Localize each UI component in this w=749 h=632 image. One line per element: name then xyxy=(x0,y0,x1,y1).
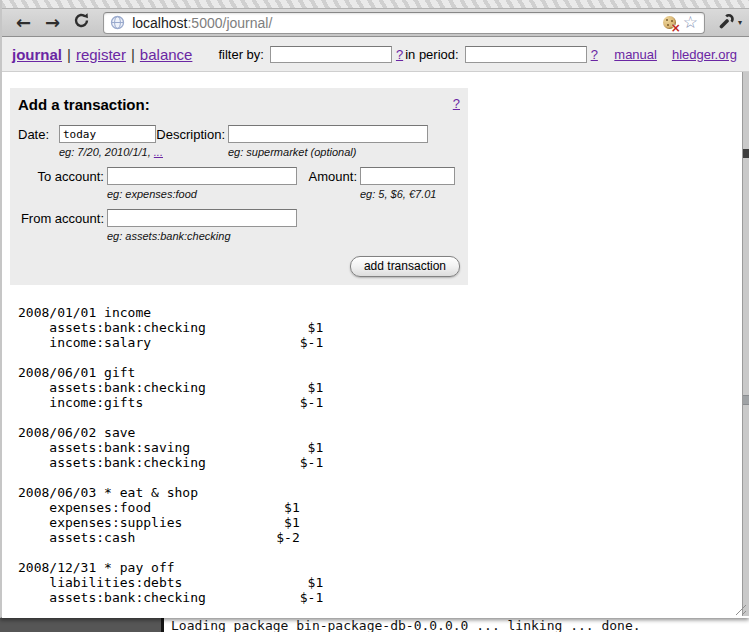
description-label: Description: xyxy=(156,127,228,142)
date-description-hints: eg: 7/20, 2010/1/1, ... eg: supermarket … xyxy=(18,146,460,158)
period-help-link[interactable]: ? xyxy=(591,47,598,62)
manual-link[interactable]: manual xyxy=(614,47,657,62)
submit-row: add transaction xyxy=(18,256,460,277)
filter-controls: filter by: ? in period: ? xyxy=(218,46,597,63)
to-account-input[interactable] xyxy=(107,167,297,185)
date-label: Date: xyxy=(18,127,59,142)
from-account-row: From account: xyxy=(18,209,460,227)
to-account-label: To account: xyxy=(18,169,107,184)
globe-icon xyxy=(110,15,125,30)
date-hint: eg: 7/20, 2010/1/1, ... xyxy=(59,146,228,158)
nav-separator: | xyxy=(67,46,71,63)
url-text: localhost:5000/journal/ xyxy=(132,15,272,31)
amount-hint: eg: 5, $6, €7.01 xyxy=(360,188,455,200)
date-description-row: Date: Description: xyxy=(18,125,460,143)
amount-label: Amount: xyxy=(297,169,360,184)
window-titlebar-stripes[interactable] xyxy=(2,0,749,9)
to-account-hint: eg: expenses:food xyxy=(107,188,297,200)
reload-button[interactable] xyxy=(73,12,90,33)
add-transaction-button[interactable]: add transaction xyxy=(350,256,460,277)
scrollbar-notch[interactable] xyxy=(743,395,749,405)
settings-menu-button[interactable]: ▾ xyxy=(719,13,742,33)
url-path: :5000/journal/ xyxy=(187,15,272,31)
period-input[interactable] xyxy=(465,46,587,63)
browser-toolbar: ← → localhost:5000/j xyxy=(2,9,749,37)
forward-button[interactable]: → xyxy=(45,14,60,32)
page-content: journal|register|balance filter by: ? in… xyxy=(2,37,749,618)
nav-link-register[interactable]: register xyxy=(76,46,126,63)
background-terminal-window: Loading package bin-package-db-0.0.0.0 .… xyxy=(161,617,749,632)
view-links: journal|register|balance xyxy=(12,46,192,63)
description-hint: eg: supermarket (optional) xyxy=(228,146,428,158)
blocked-x-icon: × xyxy=(671,22,681,34)
external-links: manual hledger.org xyxy=(614,47,739,62)
from-account-hint: eg: assets:bank:checking xyxy=(107,230,297,242)
bookmark-star-icon[interactable]: ☆ xyxy=(683,14,698,31)
to-account-hints: eg: expenses:food eg: 5, $6, €7.01 xyxy=(18,188,460,200)
hledger-org-link[interactable]: hledger.org xyxy=(672,47,737,62)
scrollbar-thumb[interactable] xyxy=(743,149,749,158)
wrench-icon xyxy=(719,13,735,33)
nav-separator: | xyxy=(131,46,135,63)
filter-input[interactable] xyxy=(270,46,392,63)
add-transaction-panel: Add a transaction: ? Date: Description: … xyxy=(10,88,468,285)
scrollbar-track[interactable] xyxy=(742,72,749,616)
date-hint-more-link[interactable]: ... xyxy=(154,146,163,158)
background-windows-strip: Loading package bin-package-db-0.0.0.0 .… xyxy=(0,617,749,632)
description-input[interactable] xyxy=(228,125,428,143)
background-window-dark xyxy=(0,617,161,632)
panel-header: Add a transaction: ? xyxy=(18,96,460,113)
terminal-output-line: Loading package bin-package-db-0.0.0.0 .… xyxy=(171,617,749,632)
filter-help-link[interactable]: ? xyxy=(396,47,403,62)
to-account-row: To account: Amount: xyxy=(18,167,460,185)
from-account-label: From account: xyxy=(18,211,107,226)
screen: Loading package bin-package-db-0.0.0.0 .… xyxy=(0,0,749,632)
add-form-help-link[interactable]: ? xyxy=(453,96,460,111)
cookies-blocked-icon[interactable]: × xyxy=(663,15,678,30)
browser-window: ← → localhost:5000/j xyxy=(0,0,749,618)
address-bar[interactable]: localhost:5000/journal/ × ☆ xyxy=(103,12,705,34)
url-host: localhost xyxy=(132,15,187,31)
journal-entries: 2008/01/01 income assets:bank:checking $… xyxy=(18,305,749,605)
from-account-input[interactable] xyxy=(107,209,297,227)
in-period-label: in period: xyxy=(405,47,458,62)
nav-link-journal[interactable]: journal xyxy=(12,46,62,63)
date-input[interactable] xyxy=(59,125,156,143)
reload-icon xyxy=(73,12,90,33)
amount-input[interactable] xyxy=(360,167,455,185)
back-button[interactable]: ← xyxy=(16,14,31,32)
nav-link-balance[interactable]: balance xyxy=(140,46,193,63)
hledger-navbar: journal|register|balance filter by: ? in… xyxy=(2,37,749,72)
panel-title: Add a transaction: xyxy=(18,96,150,113)
from-account-hints: eg: assets:bank:checking xyxy=(18,230,460,242)
chevron-down-icon: ▾ xyxy=(738,18,742,27)
filter-by-label: filter by: xyxy=(218,47,264,62)
